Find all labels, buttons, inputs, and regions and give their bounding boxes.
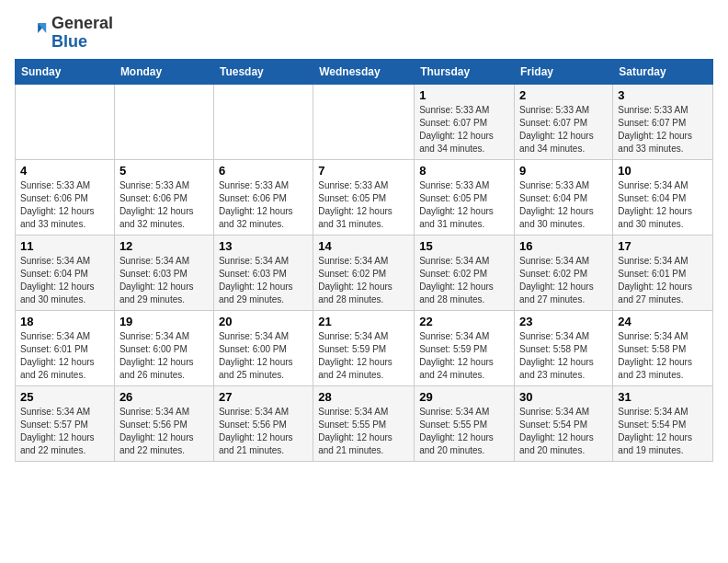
header-cell-tuesday: Tuesday [213,59,313,84]
day-number: 15 [419,239,509,253]
day-info: Sunrise: 5:34 AMSunset: 5:56 PMDaylight:… [219,406,308,457]
day-info: Sunrise: 5:34 AMSunset: 6:00 PMDaylight:… [119,330,209,382]
page-header: General Blue [15,15,713,52]
day-cell: 24Sunrise: 5:34 AMSunset: 5:58 PMDayligh… [613,310,713,385]
day-info: Sunrise: 5:34 AMSunset: 6:03 PMDaylight:… [219,255,308,306]
day-cell: 31Sunrise: 5:34 AMSunset: 5:54 PMDayligh… [613,385,713,461]
day-number: 12 [119,239,209,253]
day-number: 4 [20,164,109,178]
day-cell: 21Sunrise: 5:34 AMSunset: 5:59 PMDayligh… [313,310,415,385]
week-row-2: 4Sunrise: 5:33 AMSunset: 6:06 PMDaylight… [16,159,713,235]
week-row-5: 25Sunrise: 5:34 AMSunset: 5:57 PMDayligh… [16,385,713,461]
day-cell: 2Sunrise: 5:33 AMSunset: 6:07 PMDaylight… [515,84,613,159]
day-info: Sunrise: 5:34 AMSunset: 5:57 PMDaylight:… [20,406,109,457]
day-number: 1 [419,88,509,102]
day-info: Sunrise: 5:33 AMSunset: 6:07 PMDaylight:… [419,104,509,155]
day-cell: 26Sunrise: 5:34 AMSunset: 5:56 PMDayligh… [114,385,213,461]
day-cell: 1Sunrise: 5:33 AMSunset: 6:07 PMDaylight… [415,84,515,159]
day-cell: 3Sunrise: 5:33 AMSunset: 6:07 PMDaylight… [613,84,713,159]
day-info: Sunrise: 5:34 AMSunset: 5:54 PMDaylight:… [519,406,608,457]
day-cell: 17Sunrise: 5:34 AMSunset: 6:01 PMDayligh… [613,235,713,310]
day-number: 31 [618,390,708,404]
day-number: 18 [20,315,109,328]
day-number: 23 [519,315,608,328]
day-cell [313,84,415,159]
day-info: Sunrise: 5:34 AMSunset: 5:55 PMDaylight:… [419,406,509,457]
day-cell: 18Sunrise: 5:34 AMSunset: 6:01 PMDayligh… [16,310,115,385]
day-cell: 16Sunrise: 5:34 AMSunset: 6:02 PMDayligh… [515,235,613,310]
day-number: 25 [20,390,109,404]
day-info: Sunrise: 5:33 AMSunset: 6:06 PMDaylight:… [119,179,209,231]
day-info: Sunrise: 5:33 AMSunset: 6:05 PMDaylight:… [318,179,409,231]
day-info: Sunrise: 5:34 AMSunset: 5:58 PMDaylight:… [519,330,608,382]
day-number: 5 [119,164,209,178]
day-cell: 4Sunrise: 5:33 AMSunset: 6:06 PMDaylight… [16,159,115,235]
day-info: Sunrise: 5:34 AMSunset: 6:00 PMDaylight:… [219,330,308,382]
day-info: Sunrise: 5:33 AMSunset: 6:07 PMDaylight:… [618,104,708,155]
day-number: 30 [519,390,608,404]
day-number: 20 [219,315,308,328]
day-number: 9 [519,164,608,178]
day-number: 6 [219,164,308,178]
day-info: Sunrise: 5:34 AMSunset: 6:02 PMDaylight:… [419,255,509,306]
day-number: 2 [519,88,608,102]
day-info: Sunrise: 5:34 AMSunset: 6:04 PMDaylight:… [618,179,708,231]
logo: General Blue [15,15,113,52]
day-info: Sunrise: 5:34 AMSunset: 5:54 PMDaylight:… [618,406,708,457]
day-number: 28 [318,390,409,404]
day-cell: 20Sunrise: 5:34 AMSunset: 6:00 PMDayligh… [213,310,313,385]
day-cell: 6Sunrise: 5:33 AMSunset: 6:06 PMDaylight… [213,159,313,235]
day-number: 8 [419,164,509,178]
day-cell: 11Sunrise: 5:34 AMSunset: 6:04 PMDayligh… [16,235,115,310]
day-cell: 22Sunrise: 5:34 AMSunset: 5:59 PMDayligh… [415,310,515,385]
day-cell: 27Sunrise: 5:34 AMSunset: 5:56 PMDayligh… [213,385,313,461]
day-number: 7 [318,164,409,178]
logo-icon [15,17,48,50]
calendar-table: SundayMondayTuesdayWednesdayThursdayFrid… [15,59,713,462]
day-info: Sunrise: 5:33 AMSunset: 6:06 PMDaylight:… [20,179,109,231]
day-cell: 10Sunrise: 5:34 AMSunset: 6:04 PMDayligh… [613,159,713,235]
day-info: Sunrise: 5:34 AMSunset: 6:01 PMDaylight:… [20,330,109,382]
day-info: Sunrise: 5:34 AMSunset: 6:02 PMDaylight:… [318,255,409,306]
day-cell [114,84,213,159]
day-number: 27 [219,390,308,404]
day-cell: 5Sunrise: 5:33 AMSunset: 6:06 PMDaylight… [114,159,213,235]
day-number: 11 [20,239,109,253]
day-cell: 25Sunrise: 5:34 AMSunset: 5:57 PMDayligh… [16,385,115,461]
week-row-3: 11Sunrise: 5:34 AMSunset: 6:04 PMDayligh… [16,235,713,310]
day-number: 22 [419,315,509,328]
day-cell: 15Sunrise: 5:34 AMSunset: 6:02 PMDayligh… [415,235,515,310]
day-cell: 19Sunrise: 5:34 AMSunset: 6:00 PMDayligh… [114,310,213,385]
day-cell: 12Sunrise: 5:34 AMSunset: 6:03 PMDayligh… [114,235,213,310]
week-row-1: 1Sunrise: 5:33 AMSunset: 6:07 PMDaylight… [16,84,713,159]
logo-text: General Blue [51,15,113,52]
day-info: Sunrise: 5:34 AMSunset: 6:01 PMDaylight:… [618,255,708,306]
day-info: Sunrise: 5:34 AMSunset: 5:58 PMDaylight:… [618,330,708,382]
day-info: Sunrise: 5:33 AMSunset: 6:06 PMDaylight:… [219,179,308,231]
day-info: Sunrise: 5:34 AMSunset: 5:56 PMDaylight:… [119,406,209,457]
header-cell-sunday: Sunday [16,59,115,84]
day-number: 19 [119,315,209,328]
day-info: Sunrise: 5:33 AMSunset: 6:04 PMDaylight:… [519,179,608,231]
day-number: 14 [318,239,409,253]
day-cell: 28Sunrise: 5:34 AMSunset: 5:55 PMDayligh… [313,385,415,461]
day-cell: 30Sunrise: 5:34 AMSunset: 5:54 PMDayligh… [515,385,613,461]
day-number: 21 [318,315,409,328]
day-number: 17 [618,239,708,253]
day-info: Sunrise: 5:34 AMSunset: 6:02 PMDaylight:… [519,255,608,306]
day-number: 26 [119,390,209,404]
day-cell: 7Sunrise: 5:33 AMSunset: 6:05 PMDaylight… [313,159,415,235]
header-row: SundayMondayTuesdayWednesdayThursdayFrid… [16,59,713,84]
header-cell-saturday: Saturday [613,59,713,84]
header-cell-thursday: Thursday [415,59,515,84]
day-cell: 23Sunrise: 5:34 AMSunset: 5:58 PMDayligh… [515,310,613,385]
day-info: Sunrise: 5:34 AMSunset: 5:59 PMDaylight:… [419,330,509,382]
day-info: Sunrise: 5:33 AMSunset: 6:05 PMDaylight:… [419,179,509,231]
day-cell: 8Sunrise: 5:33 AMSunset: 6:05 PMDaylight… [415,159,515,235]
day-info: Sunrise: 5:34 AMSunset: 6:04 PMDaylight:… [20,255,109,306]
header-cell-friday: Friday [515,59,613,84]
day-number: 29 [419,390,509,404]
day-number: 3 [618,88,708,102]
day-info: Sunrise: 5:34 AMSunset: 6:03 PMDaylight:… [119,255,209,306]
header-cell-monday: Monday [114,59,213,84]
